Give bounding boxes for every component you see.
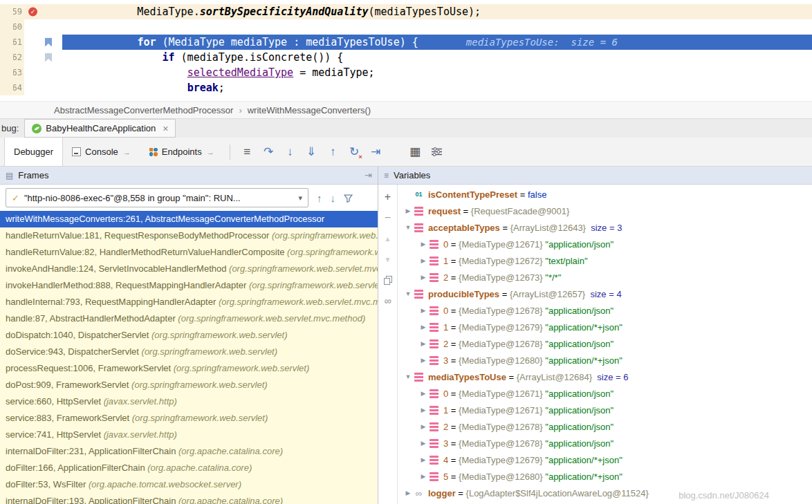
tab-console[interactable]: Console → [63,138,140,166]
frame-row[interactable]: doFilter:53, WsFilter (org.apache.tomcat… [0,476,378,493]
thread-selector[interactable]: ✓ "http-nio-8086-exec-6"@8,558 in group … [6,188,308,207]
variable-row[interactable]: ▼producibleTypes = {ArrayList@12657} siz… [398,286,812,302]
variable-row[interactable]: ▼mediaTypesToUse = {ArrayList@12684} siz… [398,368,812,385]
chevron-right-icon[interactable]: ▶ [402,207,414,214]
frame-row[interactable]: service:660, HttpServlet (javax.servlet.… [0,393,378,410]
tab-debugger[interactable]: Debugger [4,138,63,166]
chevron-right-icon[interactable]: ▶ [417,473,430,480]
chevron-right-icon[interactable]: ▶ [417,390,430,397]
next-frame-icon[interactable]: ↓ [331,192,336,204]
code-text[interactable]: selectedMediaType = mediaType; [62,65,812,80]
evaluate-grid-icon[interactable]: ▦ [405,142,426,162]
frame-row[interactable]: handleInternal:793, RequestMappingHandle… [0,294,378,310]
variable-row[interactable]: ▶2 = {MediaType@12673} "*/*" [398,269,812,286]
step-out-icon[interactable]: ↑ [322,142,344,162]
chevron-down-icon[interactable]: ▼ [402,373,414,380]
editor-gutter[interactable] [24,35,62,50]
layout-menu-icon[interactable]: ≡ [237,142,258,162]
frame-row[interactable]: doService:943, DispatcherServlet (org.sp… [0,344,378,360]
chevron-right-icon[interactable]: ▶ [417,340,430,347]
frame-row[interactable]: processRequest:1006, FrameworkServlet (o… [0,360,378,377]
drop-frame-icon[interactable]: ↻× [344,142,365,162]
scroll-down-icon[interactable]: ▼ [385,254,391,265]
pin-icon[interactable]: ⇥ [365,170,372,180]
chevron-right-icon[interactable]: ▶ [402,489,414,496]
code-text[interactable]: for (MediaType mediaType : mediaTypesToU… [62,35,812,50]
variable-row[interactable]: ▶1 = {MediaType@12679} "application/*+js… [398,319,812,335]
editor-gutter[interactable] [24,4,62,19]
breadcrumb-item[interactable]: AbstractMessageConverterMethodProcessor [54,105,233,115]
chevron-right-icon[interactable]: ▶ [417,307,430,314]
frame-row[interactable]: handleReturnValue:82, HandlerMethodRetur… [0,244,378,261]
variable-row[interactable]: ▶3 = {MediaType@12680} "application/*+js… [398,352,812,368]
variable-row[interactable]: ▼acceptableTypes = {ArrayList@12643} siz… [398,219,812,236]
force-step-into-icon[interactable]: ⇓ [301,142,322,162]
chevron-right-icon[interactable]: ▶ [417,423,430,430]
chevron-right-icon[interactable]: ▶ [417,274,430,281]
editor-gutter[interactable] [24,80,62,95]
step-into-icon[interactable]: ↓ [279,142,301,162]
close-icon[interactable]: × [163,123,168,134]
chevron-right-icon[interactable]: ▶ [417,241,430,248]
editor-gutter[interactable] [24,65,62,80]
chevron-right-icon[interactable]: ▶ [417,440,430,447]
frame-row[interactable]: doFilter:166, ApplicationFilterChain (or… [0,460,378,476]
add-watch-icon[interactable]: + [385,192,391,203]
breakpoint-icon[interactable] [28,8,37,17]
frame-row[interactable]: service:741, HttpServlet (javax.servlet.… [0,427,378,443]
variable-row[interactable]: ▶5 = {MediaType@12680} "application/*+js… [398,468,812,485]
frame-row[interactable]: handleReturnValue:181, RequestResponseBo… [0,227,378,244]
frame-row[interactable]: internalDoFilter:193, ApplicationFilterC… [0,493,378,504]
remove-watch-icon[interactable]: − [385,212,391,223]
variable-row[interactable]: ▶4 = {MediaType@12679} "application/*+js… [398,451,812,468]
chevron-right-icon[interactable]: ▶ [417,324,430,330]
editor-gutter[interactable] [24,19,62,35]
duplicate-icon[interactable] [384,274,392,286]
frames-header[interactable]: ▤ Frames ⇥ [0,167,378,185]
variable-row[interactable]: ▶2 = {MediaType@12678} "application/json… [398,335,812,352]
run-to-cursor-icon[interactable]: ⇥ [365,142,387,162]
chevron-down-icon[interactable]: ▼ [402,224,414,231]
variable-row[interactable]: ▶3 = {MediaType@12678} "application/json… [398,435,812,451]
frame-row[interactable]: invokeHandlerMethod:888, RequestMappingH… [0,277,378,294]
frame-row[interactable]: handle:87, AbstractHandlerMethodAdapter … [0,310,378,327]
code-text[interactable]: break; [62,80,812,95]
filter-icon[interactable] [344,194,353,203]
run-config-tab[interactable]: BabyHealthCareApplication × [24,119,176,138]
frame-row[interactable]: service:883, FrameworkServlet (org.sprin… [0,410,378,427]
variable-row[interactable]: 01isContentTypePreset = false [398,186,812,203]
previous-frame-icon[interactable]: ↑ [317,192,322,204]
debug-step-icons: ≡↷↓⇓↑↻×⇥ [237,142,387,162]
code-editor[interactable]: 259 MediaType.sortBySpecificityAndQualit… [0,0,812,101]
frame-row[interactable]: doPost:909, FrameworkServlet (org.spring… [0,377,378,393]
code-text[interactable] [62,19,812,35]
breadcrumb-item[interactable]: writeWithMessageConverters() [248,105,371,115]
step-over-icon[interactable]: ↷ [258,142,279,162]
variable-row[interactable]: ▶1 = {MediaType@12672} "text/plain" [398,252,812,269]
code-text[interactable]: MediaType.sortBySpecificityAndQuality(me… [62,4,812,19]
frame-row[interactable]: invokeAndHandle:124, ServletInvocableHan… [0,261,378,277]
variables-header[interactable]: ≡ Variables [378,167,812,185]
variable-row[interactable]: ▶∞logger = {LogAdapter$Slf4jLocationAwar… [398,485,812,501]
chevron-right-icon[interactable]: ▶ [417,257,430,264]
frame-row[interactable]: internalDoFilter:231, ApplicationFilterC… [0,443,378,460]
chevron-right-icon[interactable]: ▶ [417,357,430,364]
editor-gutter[interactable] [24,50,62,65]
scroll-up-icon[interactable]: ▲ [385,233,391,244]
variable-row[interactable]: ▶2 = {MediaType@12678} "application/json… [398,418,812,435]
settings-sliders-icon[interactable] [426,142,447,162]
variable-row[interactable]: ▶0 = {MediaType@12678} "application/json… [398,302,812,319]
watches-infinity-icon[interactable]: ∞ [385,295,391,306]
tab-endpoints[interactable]: Endpoints → [140,138,223,166]
variable-row[interactable]: ▶0 = {MediaType@12671} "application/json… [398,236,812,252]
variable-row[interactable]: ▶1 = {MediaType@12671} "application/json… [398,402,812,418]
chevron-down-icon[interactable]: ▼ [402,290,414,297]
chevron-right-icon[interactable]: ▶ [417,407,430,413]
chevron-right-icon[interactable]: ▶ [417,456,430,463]
frame-row[interactable]: writeWithMessageConverters:261, Abstract… [0,211,378,227]
variable-row[interactable]: ▶request = {RequestFacade@9001} [398,203,812,219]
frame-row[interactable]: doDispatch:1040, DispatcherServlet (org.… [0,327,378,344]
field-icon [430,339,439,348]
code-text[interactable]: if (mediaType.isConcrete()) { [62,50,812,65]
variable-row[interactable]: ▶0 = {MediaType@12671} "application/json… [398,385,812,402]
